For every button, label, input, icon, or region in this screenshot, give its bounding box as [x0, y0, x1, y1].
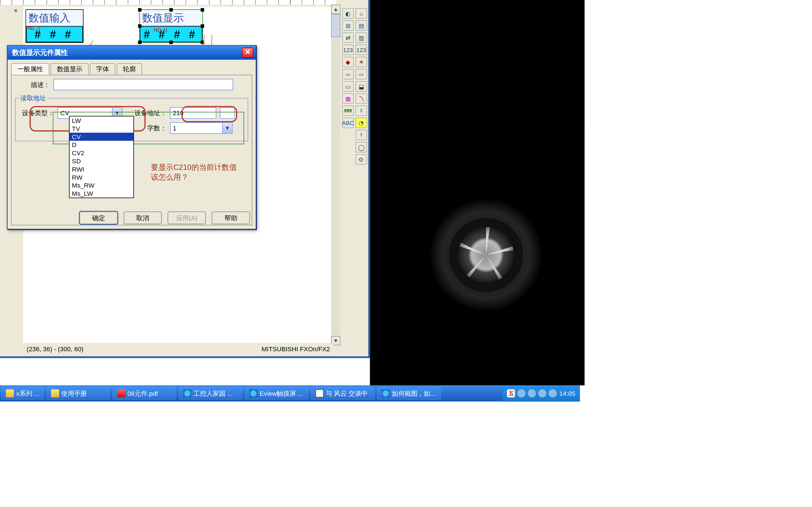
tool-icon[interactable]: ▦ [342, 93, 354, 104]
tool-icon[interactable]: ⊞ [342, 20, 354, 31]
tool-icon[interactable]: ◔ [356, 118, 367, 128]
tool-icon[interactable]: ▥ [356, 33, 367, 43]
taskbar-item[interactable]: 06元件.pdf [112, 387, 176, 400]
pdf-icon [117, 389, 125, 397]
dropdown-item[interactable]: Ms_LW [70, 189, 133, 198]
folder-icon [6, 389, 14, 397]
tool-icon[interactable]: 〽 [356, 93, 367, 104]
tool-icon[interactable]: ◯ [356, 142, 367, 152]
dialog-tabs: 一般属性 数值显示 字体 轮廓 [11, 63, 252, 75]
close-icon[interactable]: ✕ [242, 48, 253, 58]
tool-icon[interactable]: ⇦ [342, 69, 354, 79]
taskbar-item[interactable]: 使用手册 [46, 387, 110, 400]
tool-icon[interactable]: 123 [356, 45, 367, 55]
properties-dialog: 数值显示元件属性 ✕ 一般属性 数值显示 字体 轮廓 描述： 读取地址 设备类型… [7, 45, 257, 229]
word-count-combo[interactable]: 1 ▼ [170, 122, 233, 134]
ok-button[interactable]: 确定 [80, 212, 118, 224]
taskbar-item[interactable]: Eview触摸屏 ... [245, 387, 308, 400]
dropdown-item[interactable]: SD [70, 157, 133, 165]
numeric-display-component[interactable]: 数值显示 ND_0 ＃＃＃＃ [139, 9, 203, 43]
tool-palette-left: ◐ ⊞ ⇄ 123 ◆ ⇦ ▭ ▦ 999 ABC [342, 8, 354, 128]
taskbar-item[interactable]: 工控人家园 ... [179, 387, 242, 400]
tool-icon[interactable]: ⇄ [342, 33, 354, 43]
device-addr-input[interactable] [170, 107, 216, 119]
vertical-scrollbar[interactable]: ▲ ▼ [331, 4, 341, 345]
close-icon[interactable]: × [14, 7, 17, 14]
tool-icon[interactable]: ▭ [342, 81, 354, 92]
taskbar-label: 使用手册 [61, 389, 87, 398]
tab-font[interactable]: 字体 [90, 63, 116, 75]
tray-icon[interactable] [518, 389, 526, 397]
browser-icon [183, 389, 191, 397]
dropdown-item[interactable]: RW [70, 173, 133, 181]
label-device-type: 设备类型： [19, 109, 54, 117]
dropdown-item[interactable]: RWI [70, 165, 133, 173]
device-addr-ext[interactable] [220, 107, 235, 119]
dropdown-item[interactable]: CV2 [70, 149, 133, 157]
device-type-value: CV [58, 110, 112, 117]
status-plc: MITSUBISHI FXOn/FX2 [262, 345, 330, 352]
blank-area [585, 0, 812, 507]
tool-icon[interactable]: ABC [342, 118, 354, 128]
status-bar: (236, 36) - (300, 60) MITSUBISHI FXOn/FX… [23, 344, 333, 354]
component-id-label: ND_0 [154, 27, 167, 33]
taskbar-item[interactable]: 与 风云 交谈中 [311, 387, 374, 400]
browser-icon [382, 389, 390, 397]
tray-icon[interactable] [539, 389, 547, 397]
numeric-input-component[interactable]: 数值输入 NE_0 ＃＃＃＃ [26, 9, 84, 43]
chevron-down-icon[interactable]: ▼ [222, 123, 232, 133]
dropdown-item[interactable]: D [70, 141, 133, 149]
dropdown-item[interactable]: TV [70, 124, 133, 133]
tool-icon[interactable]: ⫴ [356, 105, 367, 116]
folder-icon [51, 389, 59, 397]
tool-icon[interactable]: ◐ [342, 8, 354, 18]
clock: 14:05 [559, 390, 575, 397]
taskbar-item[interactable]: x系列 ... [1, 387, 44, 400]
apply-button[interactable]: 应用(A) [167, 212, 206, 224]
tool-icon[interactable]: ⫲ [356, 130, 367, 140]
label-desc: 描述： [15, 80, 50, 89]
tab-general[interactable]: 一般属性 [11, 63, 49, 75]
taskbar-label: 如何截图，如... [392, 389, 436, 398]
scroll-up-icon[interactable]: ▲ [331, 4, 341, 14]
tool-palette-right: ☼ ▤ ▥ 123 ☀ ⇨ ⬓ 〽 ⫴ ◔ ⫲ ◯ ⯐ [356, 8, 367, 165]
dropdown-item[interactable]: LW [70, 116, 133, 124]
taskbar-label: Eview触摸屏 ... [260, 389, 303, 398]
annotation-text: 要显示C210的当前计数值 该怎么用？ [151, 162, 237, 182]
taskbar-item[interactable]: 如何截图，如... [377, 387, 441, 400]
system-tray[interactable]: 五 14:05 [502, 385, 580, 402]
tool-icon[interactable]: ◆ [342, 57, 354, 67]
tool-icon[interactable]: 123 [342, 45, 354, 55]
tool-icon[interactable]: ⯐ [356, 154, 367, 165]
help-button[interactable]: 帮助 [212, 212, 250, 224]
tool-icon[interactable]: ☼ [356, 8, 367, 18]
taskbar[interactable]: x系列 ... 使用手册 06元件.pdf 工控人家园 ... Eview触摸屏… [0, 385, 580, 402]
tool-icon[interactable]: ▤ [356, 20, 367, 31]
tool-icon[interactable]: 999 [342, 105, 354, 116]
address-group-legend: 读取地址 [19, 94, 47, 103]
dropdown-item[interactable]: CV [70, 133, 133, 141]
tool-icon[interactable]: ⇨ [356, 69, 367, 79]
wallpaper-car [370, 0, 585, 385]
taskbar-label: x系列 ... [16, 389, 40, 398]
tab-outline[interactable]: 轮廓 [116, 63, 142, 75]
cancel-button[interactable]: 取消 [123, 212, 162, 224]
ime-icon[interactable]: 五 [507, 389, 515, 397]
desktop-wallpaper [370, 0, 585, 385]
dropdown-item[interactable]: Ms_RW [70, 181, 133, 189]
dialog-buttons: 确定 取消 应用(A) 帮助 [80, 212, 250, 224]
tray-icon[interactable] [528, 389, 536, 397]
component-id-label: NE_0 [28, 25, 40, 31]
tool-icon[interactable]: ☀ [356, 57, 367, 67]
component-title: 数值显示 [140, 10, 202, 26]
tool-icon[interactable]: ⬓ [356, 81, 367, 92]
desc-input[interactable] [53, 79, 233, 91]
dialog-titlebar[interactable]: 数值显示元件属性 ✕ [8, 46, 256, 60]
status-coords: (236, 36) - (300, 60) [27, 345, 84, 352]
scroll-thumb[interactable] [331, 14, 341, 37]
taskbar-label: 工控人家园 ... [193, 389, 232, 398]
device-type-dropdown[interactable]: LW TV CV D CV2 SD RWI RW Ms_RW Ms_LW [69, 116, 134, 198]
tab-display[interactable]: 数值显示 [50, 63, 89, 75]
browser-icon [249, 389, 257, 397]
tray-icon[interactable] [549, 389, 557, 397]
